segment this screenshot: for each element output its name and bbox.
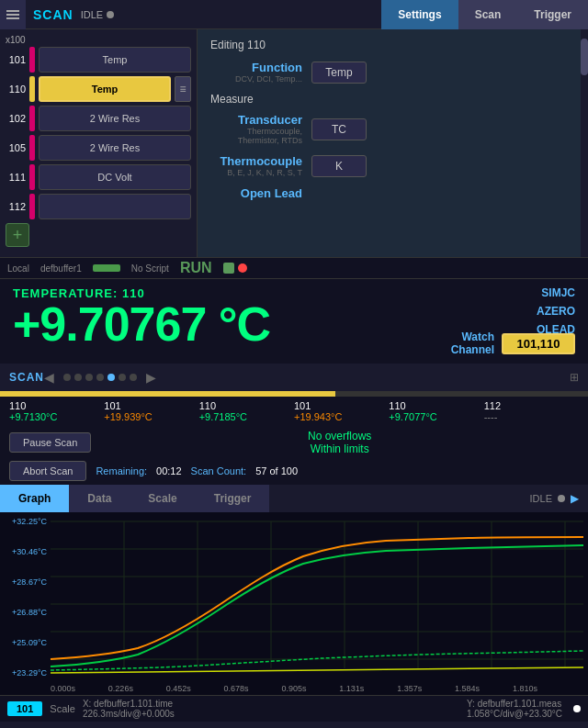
tag-azero: AZERO	[537, 305, 575, 318]
run-status: RUN	[180, 260, 212, 276]
tab-graph[interactable]: Graph	[0, 485, 69, 512]
tab-scan[interactable]: Scan	[458, 0, 518, 29]
scan-grid-icon[interactable]: ⊞	[570, 371, 579, 384]
ch-color-105	[29, 135, 35, 161]
scan-header: SCAN ◀ ▶ ⊞	[0, 364, 588, 391]
y-label-1: +30.46°C	[4, 547, 47, 556]
y-label-5: +23.29°C	[4, 668, 47, 678]
tab-trigger[interactable]: Trigger	[196, 485, 270, 512]
pause-scan-button[interactable]: Pause Scan	[9, 432, 91, 453]
remaining-val: 00:12	[156, 465, 182, 476]
channel-row-111: 111 DC Volt	[6, 164, 191, 190]
function-sub: DCV, DCI, Temp...	[210, 74, 302, 84]
ch-color-102	[29, 106, 35, 131]
ch-btn-112[interactable]	[39, 194, 191, 219]
graph-idle-label: IDLE	[530, 493, 552, 504]
graph-tab-right: IDLE ▶	[530, 492, 588, 505]
ch-data-112: 112 ----	[484, 400, 579, 422]
y-label-3: +26.88°C	[4, 608, 47, 617]
channel-row-105: 105 2 Wire Res	[6, 135, 191, 161]
dot-1	[63, 374, 71, 381]
run-indicator	[223, 263, 247, 274]
x-label-4: 0.905s	[281, 684, 306, 693]
channel-row-112: 112	[6, 194, 191, 219]
scrollbar-thumb[interactable]	[581, 39, 588, 75]
tab-data[interactable]: Data	[69, 485, 130, 512]
progress-bar	[0, 391, 588, 397]
dot-4	[96, 374, 104, 381]
svg-rect-1	[6, 14, 19, 16]
graph-area: +32.25°C +30.46°C +28.67°C +26.88°C +25.…	[0, 512, 588, 682]
dot-7	[130, 374, 137, 381]
watch-label: WatchChannel	[451, 330, 494, 356]
measure-label: Measure	[210, 93, 575, 106]
thermocouple-label-group: Thermocouple B, E, J, K, N, R, S, T	[210, 154, 302, 177]
status-bar: Local defbuffer1 No Script RUN	[0, 257, 588, 279]
ch-btn-105[interactable]: 2 Wire Res	[39, 135, 191, 161]
transducer-value-btn[interactable]: TC	[311, 118, 367, 140]
transducer-sub: Thermocouple, Thermistor, RTDs	[210, 127, 302, 145]
alert-dot	[238, 263, 247, 273]
x-info-group: X: defbuffer1.101.time 226.3ms/div@+0.00…	[83, 699, 175, 719]
ch-color-110	[29, 76, 35, 102]
thermocouple-value-btn[interactable]: K	[311, 155, 367, 177]
tab-bar: Settings Scan Trigger	[381, 0, 588, 29]
add-channel-button[interactable]: +	[6, 223, 29, 247]
graph-svg	[0, 512, 588, 682]
progress-bar-fill	[0, 391, 335, 397]
ch-data-110b: 110 +9.7185°C	[199, 400, 294, 422]
dot-5	[107, 374, 115, 381]
ch-num-111: 111	[6, 172, 26, 183]
channel-row-102: 102 2 Wire Res	[6, 106, 191, 131]
abort-remaining-row: Abort Scan Remaining: 00:12 Scan Count: …	[0, 459, 588, 485]
tab-settings[interactable]: Settings	[381, 0, 458, 29]
function-row: Function DCV, DCI, Temp... Temp	[210, 61, 575, 84]
temp-tags: SIMJC AZERO OLEAD	[537, 286, 575, 336]
scan-left-arrow[interactable]: ◀	[44, 370, 54, 385]
dot-6	[119, 374, 126, 381]
watch-channel-input[interactable]	[502, 333, 575, 354]
x-label-8: 1.810s	[513, 684, 537, 693]
ch-data-101b: 101 +19.943°C	[294, 400, 389, 422]
ch-menu-icon[interactable]: ≡	[175, 76, 191, 102]
ch-btn-101[interactable]: Temp	[39, 47, 191, 73]
status-line2: Within limits	[100, 442, 579, 455]
abort-scan-button[interactable]: Abort Scan	[9, 461, 86, 481]
x-label-2: 0.452s	[166, 684, 191, 693]
ch-data-110c: 110 +9.7077°C	[389, 400, 483, 422]
y-label-4: +25.09°C	[4, 638, 47, 647]
function-label-group: Function DCV, DCI, Temp...	[210, 61, 302, 84]
menu-icon[interactable]	[0, 0, 26, 29]
scan-right-arrow[interactable]: ▶	[146, 370, 156, 385]
main-area: x100 101 Temp 110 Temp ≡ 102 2 Wire Res …	[0, 29, 588, 257]
tab-scale[interactable]: Scale	[130, 485, 195, 512]
ch-num-110: 110	[6, 84, 26, 95]
ch-num-112: 112	[6, 201, 26, 212]
x-axis-labels: 0.000s 0.226s 0.452s 0.678s 0.905s 1.131…	[0, 682, 588, 695]
idle-status: IDLE	[81, 9, 114, 20]
dot-2	[74, 374, 82, 381]
tab-trigger[interactable]: Trigger	[517, 0, 588, 29]
y-axis-labels: +32.25°C +30.46°C +28.67°C +26.88°C +25.…	[0, 512, 51, 682]
thermocouple-row: Thermocouple B, E, J, K, N, R, S, T K	[210, 154, 575, 177]
x-label-0: 0.000s	[51, 684, 75, 693]
graph-idle-dot	[558, 495, 565, 502]
app-title: SCAN	[26, 7, 81, 22]
ch-btn-110[interactable]: Temp	[39, 76, 171, 102]
ch-btn-102[interactable]: 2 Wire Res	[39, 106, 191, 131]
dot-3	[85, 374, 93, 381]
thermocouple-sub: B, E, J, K, N, R, S, T	[210, 168, 302, 177]
svg-rect-0	[6, 10, 19, 12]
scan-count-label: Scan Count:	[191, 465, 247, 476]
status-text: No overflows Within limits	[100, 430, 579, 455]
channel-badge[interactable]: 101	[7, 701, 42, 716]
y-label-0: +32.25°C	[4, 517, 47, 526]
ch-color-112	[29, 194, 35, 219]
graph-arrow-icon[interactable]: ▶	[571, 492, 579, 505]
scrollbar[interactable]	[581, 29, 588, 257]
function-value-btn[interactable]: Temp	[311, 62, 367, 84]
ch-btn-111[interactable]: DC Volt	[39, 164, 191, 190]
control-row: Pause Scan No overflows Within limits	[0, 426, 588, 459]
scale-label: Scale	[50, 703, 75, 714]
buffer-bar	[93, 264, 120, 272]
